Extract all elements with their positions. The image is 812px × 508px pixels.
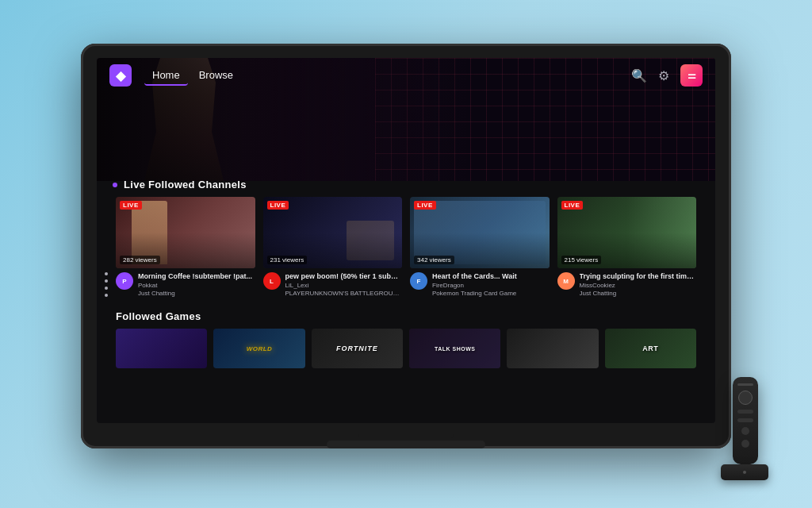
channel-card-pokkat[interactable]: LIVE 282 viewers P Morning Coffee !subte… <box>116 197 255 298</box>
screen-content: ◆ Home Browse 🔍 ⚙ ⚌ <box>97 58 715 423</box>
card-channel-name-4: MissCookiez <box>580 282 697 290</box>
card-info-2: L pew pew boom! (50% tier 1 subs)... LiL… <box>263 268 403 298</box>
remote-small-btn-2[interactable] <box>741 440 749 448</box>
card-game-name-2: PLAYERUNKNOWN'S BATTLEGROUN... <box>285 290 403 298</box>
tv-base <box>327 441 485 448</box>
card-channel-name-1: Pokkat <box>138 282 255 290</box>
viewer-count-1: 282 viewers <box>120 256 160 264</box>
channel-card-firedragon[interactable]: LIVE 342 viewers F Heart of the Cards...… <box>410 197 550 298</box>
remote-btn-1[interactable] <box>737 410 753 414</box>
game-card-art[interactable]: ART <box>605 329 696 368</box>
card-avatar-4: M <box>557 272 575 290</box>
card-channel-name-2: LiL_Lexi <box>285 282 403 290</box>
card-game-name-4: Just Chatting <box>580 290 697 298</box>
navbar: ◆ Home Browse 🔍 ⚙ ⚌ <box>97 58 715 93</box>
live-badge-3: LIVE <box>414 201 436 210</box>
viewer-count-2: 231 viewers <box>267 256 308 264</box>
card-channel-name-3: FireDragon <box>432 282 550 290</box>
apple-tv-box <box>721 464 768 480</box>
followed-games-header: Followed Games <box>97 310 715 329</box>
card-stream-title-3: Heart of the Cards... Wait <box>432 272 550 282</box>
live-channels-cards: LIVE 282 viewers P Morning Coffee !subte… <box>97 197 715 298</box>
channel-card-lexi[interactable]: LIVE 231 viewers L pew pew boom! (50% ti… <box>263 197 403 298</box>
card-text-2: pew pew boom! (50% tier 1 subs)... LiL_L… <box>285 272 403 298</box>
section-bullet <box>113 183 117 187</box>
viewer-count-4: 215 viewers <box>561 256 602 264</box>
card-avatar-2: L <box>263 272 281 290</box>
remote-circle-btn[interactable] <box>738 391 753 405</box>
card-stream-title-2: pew pew boom! (50% tier 1 subs)... <box>285 272 403 282</box>
card-text-3: Heart of the Cards... Wait FireDragon Po… <box>432 272 550 298</box>
game-card-talk-shows[interactable]: TALK SHOWS <box>409 329 500 368</box>
card-stream-title-4: Trying sculpting for the first time... <box>580 272 697 282</box>
nav-icons: 🔍 ⚙ ⚌ <box>631 64 703 87</box>
user-avatar-icon[interactable]: ⚌ <box>680 64 703 87</box>
search-icon[interactable]: 🔍 <box>631 68 647 83</box>
viewer-count-3: 342 viewers <box>414 256 454 264</box>
channel-card-misscookiez[interactable]: LIVE 215 viewers M Trying sculpting for … <box>557 197 697 298</box>
card-game-name-3: Pokemon Trading Card Game <box>432 290 550 298</box>
live-badge-4: LIVE <box>561 201 584 210</box>
live-badge-1: LIVE <box>120 201 142 210</box>
game-label-talk-shows: TALK SHOWS <box>409 329 500 368</box>
game-card-5[interactable] <box>507 329 598 368</box>
remote-small-btn-1[interactable] <box>741 427 749 435</box>
live-channels-header: Live Followed Channels <box>97 179 715 197</box>
tv-body: ◆ Home Browse 🔍 ⚙ ⚌ <box>81 44 731 448</box>
card-thumbnail-3: LIVE 342 viewers <box>410 197 550 268</box>
card-game-name-1: Just Chatting <box>138 290 255 298</box>
remote-control <box>733 377 758 464</box>
card-info-1: P Morning Coffee !subtember !pat... Pokk… <box>116 268 255 298</box>
game-label-art: ART <box>605 329 696 368</box>
card-info-3: F Heart of the Cards... Wait FireDragon … <box>410 268 550 298</box>
settings-icon[interactable]: ⚙ <box>658 68 669 83</box>
card-info-4: M Trying sculpting for the first time...… <box>557 268 697 298</box>
nav-item-home[interactable]: Home <box>144 66 188 86</box>
live-channels-title: Live Followed Channels <box>124 179 247 190</box>
tv-screen: ◆ Home Browse 🔍 ⚙ ⚌ <box>97 58 715 423</box>
followed-games-title: Followed Games <box>113 310 201 322</box>
card-avatar-3: F <box>410 272 427 290</box>
game-card-fortnite[interactable]: FORTNITE <box>312 329 403 368</box>
followed-games-section: Followed Games WORLD FORTNITE <box>97 310 715 368</box>
apple-tv-led <box>743 471 746 474</box>
live-channels-section: Live Followed Channels LIVE 282 viewers <box>97 179 715 298</box>
scene: ◆ Home Browse 🔍 ⚙ ⚌ <box>0 0 812 508</box>
games-row: WORLD FORTNITE TALK SHOWS <box>97 329 715 368</box>
main-content: Live Followed Channels LIVE 282 viewers <box>97 172 715 423</box>
card-thumbnail-1: LIVE 282 viewers <box>116 197 255 268</box>
tv-stand <box>358 425 454 439</box>
card-text-1: Morning Coffee !subtember !pat... Pokkat… <box>138 272 255 298</box>
twitch-logo-icon: ◆ <box>116 68 125 83</box>
card-thumbnail-2: LIVE 231 viewers <box>263 197 403 268</box>
remote-top-bar <box>737 383 753 386</box>
card-thumbnail-4: LIVE 215 viewers <box>557 197 697 268</box>
live-badge-2: LIVE <box>267 201 289 210</box>
card-stream-title-1: Morning Coffee !subtember !pat... <box>138 272 255 282</box>
game-label-1 <box>116 329 207 368</box>
game-label-world: WORLD <box>213 329 304 368</box>
twitch-logo[interactable]: ◆ <box>109 64 132 87</box>
game-label-5 <box>507 329 598 368</box>
game-card-1[interactable] <box>116 329 207 368</box>
remote-btn-2[interactable] <box>737 418 753 422</box>
nav-items: Home Browse <box>144 66 241 86</box>
card-text-4: Trying sculpting for the first time... M… <box>580 272 697 298</box>
nav-item-browse[interactable]: Browse <box>191 66 241 86</box>
game-label-fortnite: FORTNITE <box>312 329 403 368</box>
game-card-world[interactable]: WORLD <box>213 329 304 368</box>
card-avatar-1: P <box>116 272 133 290</box>
